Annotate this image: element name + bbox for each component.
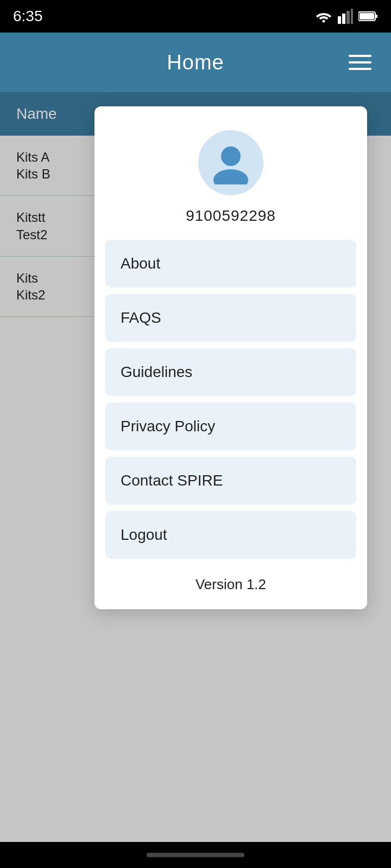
menu-item-privacy-policy[interactable]: Privacy Policy	[105, 403, 356, 450]
battery-icon	[358, 11, 378, 22]
hamburger-line-2	[349, 61, 371, 63]
hamburger-line-1	[349, 55, 371, 57]
menu-item-guidelines[interactable]: Guidelines	[105, 348, 356, 396]
signal-icon	[338, 9, 353, 24]
svg-rect-2	[342, 14, 345, 24]
svg-rect-7	[360, 13, 374, 20]
menu-item-contact-spire[interactable]: Contact SPIRE	[105, 457, 356, 505]
svg-rect-1	[338, 16, 341, 24]
svg-point-0	[323, 20, 325, 23]
svg-point-8	[221, 146, 241, 166]
version-text: Version 1.2	[94, 576, 367, 593]
menu-item-about[interactable]: About	[105, 240, 356, 288]
drawer-card: 9100592298 About FAQS Guidelines Privacy…	[94, 106, 367, 609]
hamburger-button[interactable]	[344, 50, 376, 74]
avatar	[198, 130, 263, 195]
menu-item-faqs[interactable]: FAQS	[105, 294, 356, 342]
svg-rect-4	[351, 9, 353, 24]
status-time: 6:35	[13, 8, 43, 25]
menu-list: About FAQS Guidelines Privacy Policy Con…	[94, 240, 367, 559]
status-bar: 6:35	[0, 0, 391, 33]
svg-rect-6	[375, 15, 377, 18]
person-icon	[209, 141, 253, 184]
menu-item-logout[interactable]: Logout	[105, 511, 356, 559]
svg-point-9	[213, 169, 248, 184]
wifi-icon	[315, 10, 332, 23]
phone-number: 9100592298	[186, 207, 276, 225]
avatar-section: 9100592298	[94, 106, 367, 240]
hamburger-line-3	[349, 68, 371, 70]
svg-rect-3	[346, 11, 350, 24]
status-icons	[315, 9, 378, 24]
app-bar-title: Home	[167, 51, 224, 74]
app-bar: Home	[0, 33, 391, 92]
